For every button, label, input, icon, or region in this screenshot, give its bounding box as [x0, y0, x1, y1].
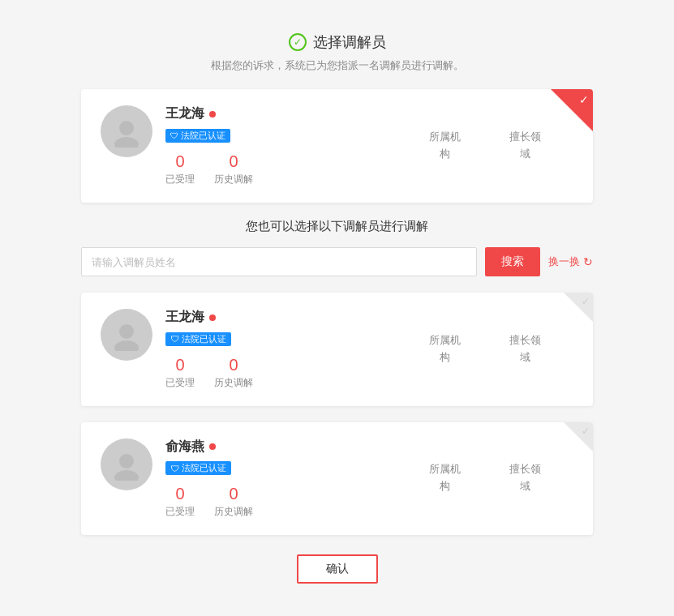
selected-mediator-card[interactable]: ✓ 王龙海 🛡 法院已认证 0 已受理: [81, 89, 593, 203]
history-stat: 0 历史调解: [214, 356, 253, 390]
online-dot: [209, 443, 216, 450]
domain-item: 擅长领 域: [509, 129, 541, 163]
shield-icon: 🛡: [170, 334, 179, 344]
domain-label2: 域: [509, 146, 541, 163]
org-label1: 所属机: [429, 332, 461, 349]
org-area: 所属机 构 擅长领 域: [429, 461, 573, 495]
page-title: ✓ 选择调解员: [81, 32, 593, 52]
org-item: 所属机 构: [429, 332, 461, 366]
corner-uncheck-icon: ✓: [582, 426, 590, 437]
handled-count: 0: [165, 485, 195, 503]
svg-point-0: [119, 121, 134, 135]
history-label: 历史调解: [214, 376, 253, 390]
handled-label: 已受理: [165, 173, 195, 186]
org-label2: 构: [429, 146, 461, 163]
domain-label2: 域: [509, 349, 541, 366]
avatar: [101, 438, 152, 490]
corner-uncheck-icon: ✓: [582, 296, 590, 307]
domain-label1: 擅长领: [509, 461, 541, 478]
shield-icon: 🛡: [170, 464, 179, 473]
mediator-name: 王龙海: [165, 105, 204, 122]
mediator-info: 王龙海 🛡 法院已认证 0 已受理 0 历史调解: [165, 105, 416, 186]
svg-point-3: [114, 340, 139, 351]
name-row: 王龙海: [165, 105, 416, 122]
handled-label: 已受理: [165, 505, 195, 519]
history-label: 历史调解: [214, 505, 253, 519]
cert-label: 法院已认证: [181, 130, 225, 142]
cert-badge: 🛡 法院已认证: [165, 331, 416, 346]
svg-point-4: [119, 454, 134, 468]
history-stat: 0 历史调解: [214, 485, 253, 519]
cert-label: 法院已认证: [182, 462, 226, 474]
svg-point-1: [114, 137, 139, 148]
domain-label2: 域: [509, 478, 541, 495]
mediator-info: 王龙海 🛡 法院已认证 0 已受理 0 历史调解: [165, 309, 416, 390]
handled-stat: 0 已受理: [165, 152, 195, 186]
org-label1: 所属机: [429, 129, 461, 146]
name-row: 王龙海: [165, 309, 416, 326]
domain-label1: 擅长领: [509, 332, 541, 349]
org-label1: 所属机: [429, 461, 461, 478]
history-stat: 0 历史调解: [214, 152, 253, 186]
search-button[interactable]: 搜索: [485, 247, 540, 276]
refresh-button[interactable]: 换一换 ↻: [548, 255, 593, 269]
mediator-list-card-1[interactable]: ✓ 俞海燕 🛡 法院已认证: [81, 422, 593, 536]
org-label2: 构: [429, 349, 461, 366]
history-count: 0: [214, 152, 253, 171]
stats-row: 0 已受理 0 历史调解: [165, 152, 416, 186]
domain-label1: 擅长领: [509, 129, 541, 146]
online-status-dot: [209, 111, 216, 118]
name-row: 俞海燕: [165, 438, 416, 456]
cert-label: 法院已认证: [182, 333, 226, 345]
avatar: [101, 309, 152, 361]
org-item: 所属机 构: [429, 129, 461, 163]
history-label: 历史调解: [214, 173, 253, 186]
avatar: [101, 105, 152, 157]
cert-badge: 🛡 法院已认证: [165, 460, 416, 476]
org-label2: 构: [429, 478, 461, 495]
online-dot: [209, 314, 216, 321]
mediator-list-card-0[interactable]: ✓ 王龙海 🛡 法院已认证: [81, 293, 593, 406]
org-area: 所属机 构 擅长领 域: [429, 129, 573, 163]
mediator-info: 俞海燕 🛡 法院已认证 0 已受理 0 历史调解: [165, 438, 416, 520]
handled-count: 0: [165, 152, 195, 171]
check-circle-icon: ✓: [289, 33, 307, 51]
page-subtitle: 根据您的诉求，系统已为您指派一名调解员进行调解。: [81, 58, 593, 73]
svg-point-5: [114, 470, 139, 481]
confirm-button[interactable]: 确认: [297, 554, 378, 584]
search-input[interactable]: [81, 247, 477, 276]
title-section: ✓ 选择调解员 根据您的诉求，系统已为您指派一名调解员进行调解。: [81, 32, 593, 73]
mediator-name: 俞海燕: [165, 438, 204, 456]
page-container: ✓ 选择调解员 根据您的诉求，系统已为您指派一名调解员进行调解。 ✓ 王龙海 🛡…: [16, 16, 658, 600]
confirm-section: 确认: [81, 554, 593, 584]
page-title-text: 选择调解员: [313, 32, 386, 52]
corner-check-icon: ✓: [579, 93, 589, 106]
stats-row: 0 已受理 0 历史调解: [165, 356, 416, 390]
history-count: 0: [214, 485, 253, 503]
mediator-list: ✓ 王龙海 🛡 法院已认证: [81, 293, 593, 535]
shield-icon: 🛡: [170, 131, 178, 140]
domain-item: 擅长领 域: [509, 461, 541, 495]
handled-count: 0: [165, 356, 195, 374]
refresh-label: 换一换: [548, 255, 580, 269]
stats-row: 0 已受理 0 历史调解: [165, 485, 416, 519]
handled-stat: 0 已受理: [165, 485, 195, 519]
mediator-name: 王龙海: [165, 309, 204, 326]
refresh-icon: ↻: [583, 255, 593, 268]
section2-title: 您也可以选择以下调解员进行调解: [81, 219, 593, 234]
handled-stat: 0 已受理: [165, 356, 195, 390]
cert-badge: 🛡 法院已认证: [165, 127, 416, 143]
org-area: 所属机 构 擅长领 域: [429, 332, 573, 366]
history-count: 0: [214, 356, 253, 374]
svg-point-2: [119, 324, 134, 339]
domain-item: 擅长领 域: [509, 332, 541, 366]
org-item: 所属机 构: [429, 461, 461, 495]
handled-label: 已受理: [165, 376, 195, 390]
search-row: 搜索 换一换 ↻: [81, 247, 593, 276]
